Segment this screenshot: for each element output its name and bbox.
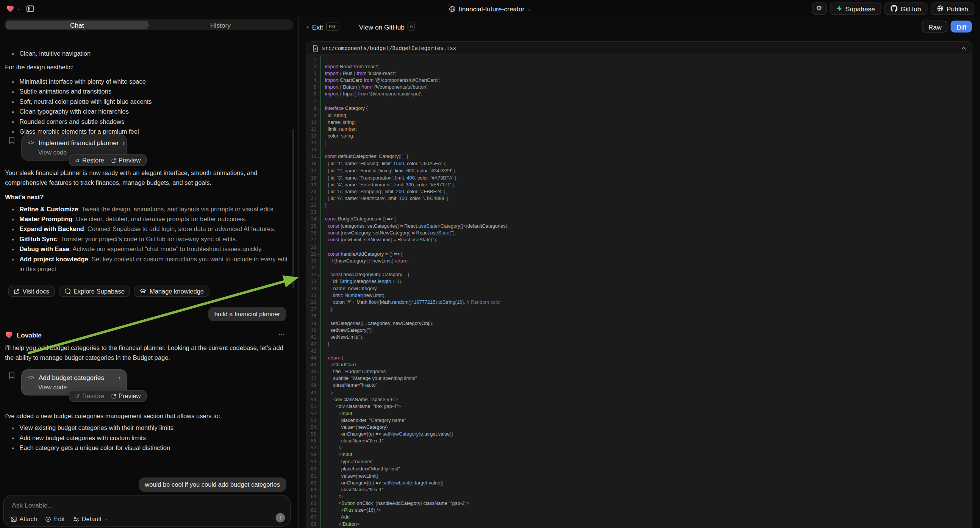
preview-button[interactable]: Preview <box>111 393 140 399</box>
list-item: Clean typography with clear hierarchies <box>5 107 288 117</box>
assistant-reply-intro: I'll help you add budget categories to t… <box>5 343 288 363</box>
list-item: Master Prompting: Use clear, detailed, a… <box>5 215 288 224</box>
arrow-up-icon: ↑ <box>279 515 282 520</box>
github-button[interactable]: GitHub <box>884 2 927 15</box>
code-panel-header: ‹ Exit ESC View on GitHub G Raw Diff <box>299 17 980 36</box>
message-menu-icon[interactable]: ⋯ <box>278 331 286 339</box>
quick-actions-row: Visit docs Explore Supabase Manage knowl… <box>8 286 209 297</box>
aesthetic-list: Minimalist interface with plenty of whit… <box>5 77 288 137</box>
restore-button-disabled[interactable]: ↺Restore <box>75 393 104 399</box>
attach-button[interactable]: Attach <box>11 515 37 522</box>
code-icon: <> <box>28 375 35 380</box>
list-item: Rounded corners and subtle shadows <box>5 117 288 127</box>
outro-list: View existing budget categories with the… <box>5 423 288 453</box>
list-item: Refine & Customize: Tweak the design, an… <box>5 205 288 215</box>
chevron-down-icon: ⌄ <box>104 517 108 521</box>
image-icon <box>11 516 17 522</box>
topbar: ⌄ financial-future-creator ⌄ ⚙ Supabase <box>0 0 980 17</box>
manage-knowledge-button[interactable]: Manage knowledge <box>134 286 210 297</box>
toggle-sidebar-icon[interactable] <box>26 5 34 12</box>
publish-globe-icon <box>936 5 943 12</box>
github-icon <box>891 5 897 12</box>
preview-button[interactable]: Preview <box>111 157 140 164</box>
send-button[interactable]: ↑ <box>276 513 285 523</box>
logo-chevron-down-icon[interactable]: ⌄ <box>17 6 21 11</box>
supabase-button[interactable]: Supabase <box>830 2 881 15</box>
version-hover-actions: ↺Restore Preview <box>68 390 146 402</box>
tab-chat[interactable]: Chat <box>5 21 149 29</box>
list-item: Clean, intuitive navigation <box>5 49 288 59</box>
assistant-summary: Your sleek financial planner is now read… <box>5 168 288 188</box>
project-chevron-down-icon[interactable]: ⌄ <box>528 6 531 11</box>
sliders-icon <box>73 516 79 522</box>
code-lines: 12import React from 'react';3import { Pl… <box>307 55 972 528</box>
list-item: GitHub Sync: Transfer your project's cod… <box>5 234 288 244</box>
lovable-heart-icon <box>5 331 13 339</box>
chevron-right-icon: › <box>123 139 125 146</box>
user-message: would be cool if you could add budget ca… <box>138 478 286 492</box>
tab-history[interactable]: History <box>149 21 293 29</box>
assistant-name: Lovable <box>17 331 275 339</box>
aesthetic-heading: For the design aesthetic: <box>5 62 73 72</box>
code-icon: <> <box>28 140 35 145</box>
list-item: Minimalist interface with plenty of whit… <box>5 77 288 87</box>
user-message: build a financial planner <box>208 307 286 321</box>
view-code-link[interactable]: View code <box>38 384 121 391</box>
list-item: Debug with Ease: Activate our experiment… <box>5 244 288 254</box>
project-name[interactable]: financial-future-creator <box>459 5 524 13</box>
list-item: View existing budget categories with the… <box>5 423 288 433</box>
list-item: Add project knowledge: Set key context o… <box>5 254 288 274</box>
explore-supabase-button[interactable]: Explore Supabase <box>58 286 130 297</box>
visit-docs-button[interactable]: Visit docs <box>8 286 54 297</box>
assistant-reply-outro: I've added a new budget categories manag… <box>5 411 288 421</box>
supabase-bolt-icon <box>836 5 842 12</box>
whats-next-list: Refine & Customize: Tweak the design, an… <box>5 205 288 275</box>
composer-input[interactable]: Ask Lovable... <box>12 501 53 509</box>
external-link-icon <box>111 394 116 398</box>
chat-panel: Chat History Clean, intuitive navigation… <box>0 17 294 528</box>
chevron-right-icon: › <box>119 374 121 381</box>
restore-icon: ↺ <box>75 157 80 163</box>
chat-history-tabs: Chat History <box>5 19 293 30</box>
project-globe-icon <box>449 5 456 12</box>
view-on-github-button[interactable]: View on GitHub G <box>359 22 415 30</box>
lovable-logo-icon[interactable] <box>6 5 14 12</box>
lovable-app: ⌄ financial-future-creator ⌄ ⚙ Supabase <box>0 0 980 528</box>
code-panel: ‹ Exit ESC View on GitHub G Raw Diff src… <box>298 17 980 528</box>
bookmark-icon[interactable] <box>9 371 15 379</box>
chevron-left-icon: ‹ <box>307 23 309 30</box>
gear-icon: ⚙ <box>816 5 822 13</box>
list-item: Soft, neutral color palette with light b… <box>5 97 288 107</box>
list-item: Add new budget categories with custom li… <box>5 433 288 443</box>
edit-button[interactable]: Edit <box>45 515 65 522</box>
version-hover-actions: ↺Restore Preview <box>68 154 146 166</box>
publish-button[interactable]: Publish <box>931 2 974 15</box>
file-added-icon <box>312 45 318 51</box>
graduation-cap-icon <box>140 288 146 294</box>
file-diff-card: src/components/budget/BudgetCategories.t… <box>306 41 972 528</box>
settings-button[interactable]: ⚙ <box>811 2 827 15</box>
assistant-header: Lovable ⋯ <box>5 331 286 339</box>
chat-scrollbar[interactable] <box>292 129 294 288</box>
composer[interactable]: Ask Lovable... Attach Edit Default ⌄ ↑ <box>3 495 291 527</box>
list-item: Expand with Backend: Connect Supabase to… <box>5 224 288 234</box>
esc-key-badge: ESC <box>326 22 339 30</box>
mode-selector[interactable]: Default ⌄ <box>73 515 108 522</box>
external-link-icon <box>14 288 19 294</box>
list-item: Each category gets a unique color for vi… <box>5 443 288 453</box>
raw-toggle-button[interactable]: Raw <box>922 21 948 32</box>
restore-icon: ↺ <box>75 393 80 399</box>
chat-bubble-icon <box>64 288 70 294</box>
restore-button[interactable]: ↺Restore <box>75 157 104 164</box>
file-path: src/components/budget/BudgetCategories.t… <box>322 45 958 51</box>
target-icon <box>45 516 51 522</box>
external-link-icon <box>111 158 116 163</box>
bookmark-icon[interactable] <box>9 136 15 144</box>
g-key-badge: G <box>407 22 415 30</box>
file-header[interactable]: src/components/budget/BudgetCategories.t… <box>307 42 972 55</box>
whats-next-heading: What's next? <box>5 192 44 202</box>
collapse-chevron-up-icon[interactable] <box>961 46 966 49</box>
list-item: Subtle animations and transitions <box>5 87 288 97</box>
diff-toggle-button[interactable]: Diff <box>951 21 972 32</box>
exit-button[interactable]: ‹ Exit ESC <box>307 22 339 30</box>
